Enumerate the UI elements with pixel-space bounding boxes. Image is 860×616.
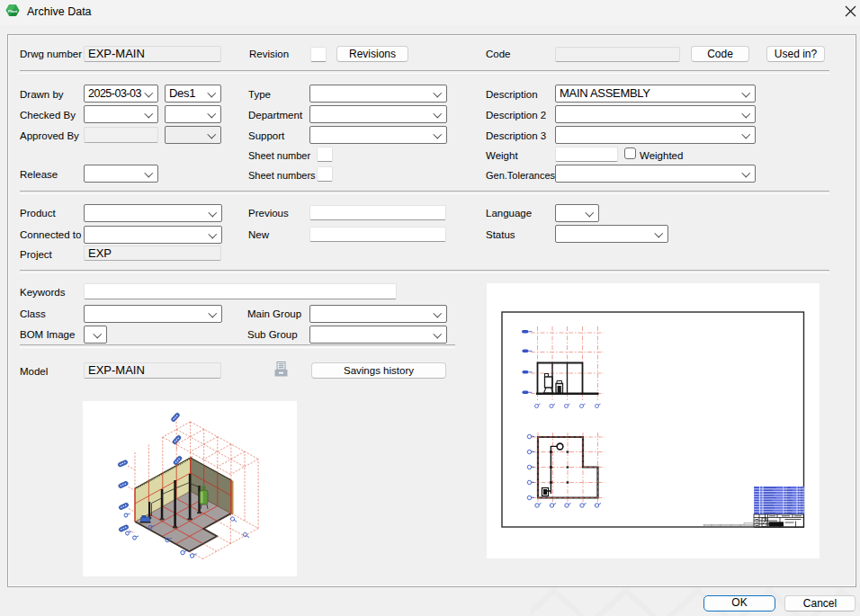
- svg-text:Plant: Plant: [8, 9, 18, 13]
